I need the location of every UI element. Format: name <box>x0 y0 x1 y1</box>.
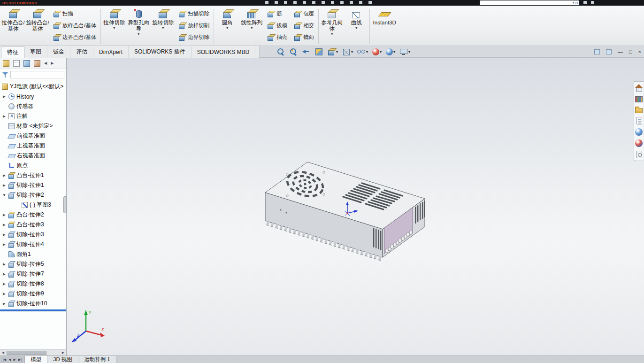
undo-icon[interactable] <box>303 1 306 4</box>
rollback-bar[interactable] <box>0 309 66 311</box>
selection-filter-icon[interactable] <box>322 1 325 4</box>
expand-icon[interactable] <box>2 292 7 296</box>
scroll-left-icon[interactable]: ◀ <box>0 351 6 355</box>
ribbon-revolved-boss-button[interactable]: 旋转凸台/基体 <box>25 7 50 44</box>
scenes-icon[interactable] <box>635 139 643 147</box>
panel-splitter-handle[interactable] <box>63 196 67 213</box>
filter-funnel-icon[interactable] <box>2 71 8 78</box>
expand-icon[interactable] <box>2 223 7 227</box>
design-library-icon[interactable] <box>635 96 643 102</box>
tree-item-cut-extrude1[interactable]: 切除-拉伸1 <box>0 180 66 190</box>
tree-item-material[interactable]: 材质 <未指定> <box>0 121 66 131</box>
expand-icon[interactable] <box>2 193 7 197</box>
tree-item-cut-extrude4[interactable]: 切除-拉伸4 <box>0 239 66 249</box>
dropdown-arrow-icon[interactable]: ▾ <box>408 50 410 54</box>
ribbon-extruded-boss-button[interactable]: 拉伸凸台/基体 <box>1 7 25 44</box>
tab-model[interactable]: 模型 <box>25 356 47 363</box>
tab-scroll-right-icon[interactable]: ▶ <box>51 61 54 65</box>
expand-icon[interactable] <box>2 173 7 178</box>
tab-evaluate[interactable]: 评估 <box>70 46 93 58</box>
tile-window-icon[interactable] <box>594 49 600 54</box>
login-icon[interactable] <box>591 1 594 4</box>
print-icon[interactable] <box>293 1 297 4</box>
tree-item-fillet1[interactable]: 圆角1 <box>0 249 66 259</box>
tree-item-cut-extrude10[interactable]: 切除-拉伸10 <box>0 299 66 309</box>
tree-filter-input[interactable] <box>10 71 64 78</box>
dimxpert-manager-tab-icon[interactable] <box>34 60 40 67</box>
expand-icon[interactable] <box>2 272 7 276</box>
restore-icon[interactable]: □ <box>629 47 632 56</box>
scroll-right-icon[interactable]: ▶ <box>60 351 66 355</box>
search-input[interactable] <box>481 1 571 5</box>
tab-scroll-left-icon[interactable]: ◀ <box>44 61 47 65</box>
tree-item-boss-extrude1[interactable]: 凸台-拉伸1 <box>0 170 66 180</box>
tab-motion-study-1[interactable]: 运动算例 1 <box>78 356 116 363</box>
expand-icon[interactable] <box>2 301 7 306</box>
expand-icon[interactable] <box>2 232 7 237</box>
open-document-icon[interactable] <box>275 1 278 4</box>
ribbon-instant3d-button[interactable]: Instant3D <box>371 7 398 44</box>
ribbon-linear-pattern-button[interactable]: 线性阵列 <box>239 7 264 44</box>
ribbon-shell-button[interactable]: 抽壳 <box>264 31 291 43</box>
search-icon[interactable] <box>575 2 578 4</box>
file-explorer-icon[interactable] <box>635 108 643 113</box>
minimize-icon[interactable]: — <box>618 47 623 56</box>
ribbon-lofted-cut-button[interactable]: 放样切割 <box>175 20 213 31</box>
options-icon[interactable] <box>340 1 344 4</box>
ribbon-curves-button[interactable]: 曲线 <box>344 7 368 44</box>
tree-item-top-plane[interactable]: 上视基准面 <box>0 141 66 151</box>
expand-icon[interactable] <box>2 183 7 187</box>
tree-item-cut-extrude5[interactable]: 切除-拉伸5 <box>0 259 66 269</box>
search-dropdown-icon[interactable]: ▾ <box>573 1 574 4</box>
ribbon-mirror-button[interactable]: 镜向 <box>291 31 317 43</box>
ribbon-fillet-button[interactable]: 圆角 <box>215 7 239 44</box>
tab-solidworks-mbd[interactable]: SOLIDWORKS MBD <box>192 46 255 58</box>
tree-item-front-plane[interactable]: 前视基准面 <box>0 131 66 141</box>
dropdown-arrow-icon[interactable]: ▾ <box>366 50 368 54</box>
tree-item-history[interactable]: History <box>0 92 66 101</box>
prev-tab-icon[interactable]: ◀ <box>8 358 12 362</box>
ribbon-revolved-cut-button[interactable]: 旋转切除 <box>151 7 175 44</box>
expand-icon[interactable] <box>2 94 7 99</box>
tree-item-right-plane[interactable]: 右视基准面 <box>0 151 66 161</box>
tab-solidworks-addins[interactable]: SOLIDWORKS 插件 <box>129 46 192 58</box>
feature-manager-tree-tab-icon[interactable] <box>3 60 9 67</box>
expand-icon[interactable] <box>2 114 7 118</box>
ribbon-rib-button[interactable]: 筋 <box>264 8 291 19</box>
ribbon-extruded-cut-button[interactable]: 拉伸切除 <box>102 7 126 44</box>
rebuild-icon[interactable] <box>331 1 334 4</box>
tree-item-origin[interactable]: 原点 <box>0 161 66 170</box>
dropdown-arrow-icon[interactable]: ▾ <box>336 50 338 54</box>
custom-properties-icon[interactable] <box>636 151 642 158</box>
tree-item-cut-extrude2[interactable]: 切除-拉伸2 <box>0 190 66 200</box>
ribbon-intersect-button[interactable]: 相交 <box>291 20 317 31</box>
search-box[interactable]: ▾ <box>480 0 579 5</box>
expand-icon[interactable] <box>2 213 7 217</box>
appearances-icon[interactable] <box>635 128 643 136</box>
expand-icon[interactable] <box>2 242 7 247</box>
home-icon[interactable] <box>635 84 643 92</box>
save-icon[interactable] <box>284 1 287 4</box>
next-tab-icon[interactable]: ▶ <box>13 358 17 362</box>
scrollbar-thumb[interactable] <box>7 351 46 355</box>
view-palette-icon[interactable] <box>636 117 642 124</box>
ribbon-reference-geometry-button[interactable]: 参考几何体 <box>320 7 344 44</box>
expand-icon[interactable] <box>2 262 7 266</box>
ribbon-boundary-boss-button[interactable]: 边界凸台/基体 <box>50 31 100 43</box>
ribbon-hole-wizard-button[interactable]: 异型孔向导 <box>126 7 151 44</box>
tab-features[interactable]: 特征 <box>1 46 24 58</box>
property-manager-tab-icon[interactable] <box>13 60 20 67</box>
tree-item-sketch3[interactable]: (-) 草图3 <box>0 200 66 210</box>
panel-horizontal-scrollbar[interactable]: ◀ ▶ <box>0 349 66 355</box>
last-tab-icon[interactable]: ▶| <box>17 358 23 362</box>
tree-item-cut-extrude3[interactable]: 切除-拉伸3 <box>0 230 66 239</box>
ribbon-lofted-boss-button[interactable]: 放样凸台/基体 <box>50 20 100 31</box>
expand-icon[interactable] <box>2 282 7 286</box>
ribbon-swept-boss-button[interactable]: 扫描 <box>50 8 100 19</box>
tree-item-sensors[interactable]: 传感器 <box>0 101 66 111</box>
tree-item-boss-extrude3[interactable]: 凸台-拉伸3 <box>0 220 66 230</box>
tab-3d-views[interactable]: 3D 视图 <box>47 356 78 363</box>
redo-icon[interactable] <box>312 1 315 4</box>
tab-sheet-metal[interactable]: 钣金 <box>47 46 70 58</box>
tree-item-annotations[interactable]: 注解 <box>0 111 66 121</box>
